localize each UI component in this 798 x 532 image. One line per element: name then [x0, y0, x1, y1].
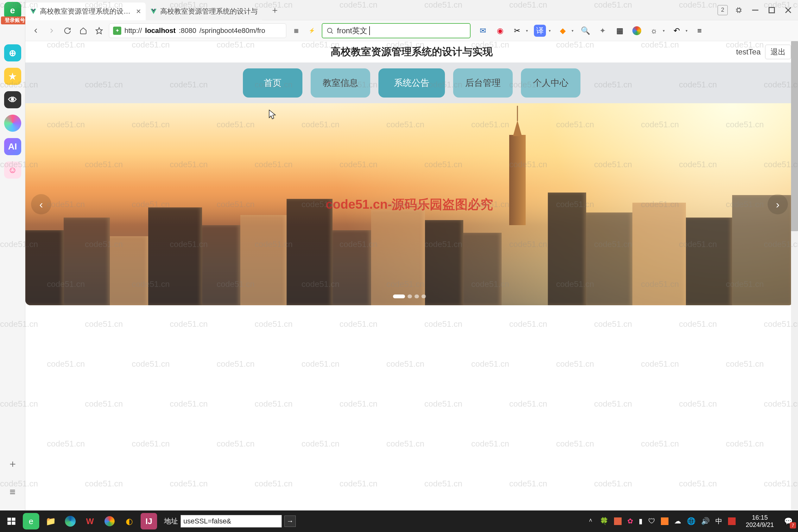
minimize-button[interactable] [750, 5, 761, 16]
empire-state-silhouette [509, 135, 526, 225]
nav-classroom-info[interactable]: 教室信息 [311, 69, 370, 97]
shield-icon[interactable]: ◆ [557, 25, 569, 37]
app-sidebar: e ⊕ ★ 👁 AI ☺ ＋ ≡ [0, 0, 25, 511]
close-window-button[interactable] [783, 5, 794, 16]
username-link[interactable]: testTea [736, 48, 761, 56]
svg-marker-5 [96, 27, 102, 34]
scissors-icon[interactable]: ✂ [511, 25, 523, 37]
taskbar-app-6[interactable]: ◐ [121, 513, 137, 530]
addr-input[interactable] [180, 515, 282, 528]
taskbar-app-1[interactable]: e [23, 513, 39, 530]
tab-count-badge[interactable]: 2 [718, 5, 728, 15]
sidebar-item-3[interactable]: 👁 [4, 91, 21, 108]
start-button[interactable] [3, 513, 20, 530]
file-explorer-icon[interactable]: 📁 [42, 513, 59, 530]
refresh-button[interactable] [61, 25, 74, 37]
forward-button[interactable] [45, 25, 58, 37]
sidebar-add-icon[interactable]: ＋ [7, 457, 18, 471]
chrome-taskbar-icon[interactable] [101, 513, 118, 530]
sidebar-list-icon[interactable]: ≡ [10, 486, 16, 498]
tray-icon[interactable]: 🛡 [648, 517, 655, 525]
carousel-dots [393, 294, 426, 298]
sidebar-logo[interactable]: e [4, 2, 21, 19]
favorite-button[interactable] [93, 25, 105, 37]
scrollbar-thumb[interactable] [791, 41, 798, 231]
qr-icon[interactable]: ▦ [290, 25, 302, 37]
url-input[interactable]: ✦ http://localhost:8080/springboot4e80m/… [109, 23, 286, 38]
network-icon[interactable]: 🌐 [687, 517, 696, 525]
ime-indicator[interactable]: 中 [715, 516, 722, 526]
chevron-down-icon[interactable]: ▾ [571, 28, 574, 33]
tab-title: 高校教室资源管理系统的设计与 [40, 7, 133, 16]
site-badge-icon: ✦ [113, 26, 121, 35]
new-tab-button[interactable]: ＋ [268, 4, 281, 17]
sidebar-item-1[interactable]: ⊕ [4, 44, 21, 61]
sidebar-item-5[interactable]: AI [4, 138, 21, 155]
fast-icon[interactable]: ⚡ [306, 25, 318, 37]
grid-icon[interactable]: ▦ [614, 25, 626, 37]
home-button[interactable] [77, 25, 89, 37]
zoom-icon[interactable]: 🔍 [580, 25, 591, 37]
tray-icon[interactable]: ☁ [674, 517, 681, 525]
translate-icon[interactable]: 译 [534, 25, 546, 37]
addr-go-button[interactable]: → [284, 515, 296, 527]
edge-icon[interactable] [62, 513, 78, 530]
taskbar-clock[interactable]: 16:15 2024/9/21 [746, 514, 774, 529]
mouse-cursor [268, 110, 277, 121]
svg-rect-10 [7, 521, 11, 525]
sidebar-item-2[interactable]: ★ [4, 68, 21, 85]
carousel-dot[interactable] [407, 294, 412, 298]
nav-system-notice[interactable]: 系统公告 [378, 69, 445, 97]
close-icon[interactable]: ✕ [136, 7, 141, 15]
battery-icon[interactable]: ▮ [639, 517, 643, 525]
page-title: 高校教室资源管理系统的设计与实现 [330, 45, 493, 59]
nav-home[interactable]: 首页 [243, 69, 302, 97]
intellij-icon[interactable]: IJ [140, 513, 157, 530]
sidebar-item-4[interactable] [4, 115, 21, 132]
undo-icon[interactable]: ↶ [671, 25, 683, 37]
carousel-dot[interactable] [421, 294, 426, 298]
volume-icon[interactable]: 🔊 [701, 517, 710, 525]
search-input[interactable]: front英文 [322, 23, 471, 38]
carousel-prev-button[interactable]: ‹ [31, 194, 51, 214]
svg-rect-8 [7, 518, 11, 521]
tray-icon[interactable] [661, 517, 668, 525]
chevron-down-icon[interactable]: ▾ [525, 28, 529, 33]
weibo-icon[interactable]: ◉ [494, 25, 506, 37]
notification-button[interactable]: 💬 [781, 515, 795, 528]
svg-rect-11 [12, 521, 15, 525]
toolbar-icons: ✉ ◉ ✂▾ 译▾ ◆▾ 🔍 ✦ ▦ ☼▾ ↶▾ ≡ [477, 25, 794, 37]
extensions-icon[interactable] [734, 5, 744, 16]
svg-line-7 [331, 32, 333, 34]
sidebar-item-6[interactable]: ☺ [4, 162, 21, 178]
wps-icon[interactable]: W [82, 513, 98, 530]
mail-icon[interactable]: ✉ [477, 25, 489, 37]
carousel-dot[interactable] [415, 294, 419, 298]
tray-icon[interactable] [728, 517, 736, 525]
url-prefix: http:// [125, 26, 142, 35]
chrome-icon[interactable] [631, 25, 643, 37]
tray-icon[interactable]: 🍀 [600, 517, 608, 525]
puzzle-icon[interactable]: ✦ [596, 25, 609, 37]
tray-chevron-icon[interactable]: ＾ [587, 516, 594, 526]
addr-label: 地址 [164, 516, 178, 526]
tab-active[interactable]: 高校教室资源管理系统的设计与 ✕ [25, 2, 146, 20]
nav-profile[interactable]: 个人中心 [521, 69, 581, 97]
tab-inactive[interactable]: 高校教室资源管理系统的设计与 [146, 2, 262, 20]
carousel-dot[interactable] [393, 294, 405, 298]
maximize-button[interactable] [766, 5, 777, 16]
chevron-down-icon[interactable]: ▾ [685, 28, 688, 33]
logout-button[interactable]: 退出 [765, 45, 791, 59]
chevron-down-icon[interactable]: ▾ [548, 28, 552, 33]
nav-admin[interactable]: 后台管理 [453, 69, 513, 97]
vertical-scrollbar[interactable] [791, 41, 798, 511]
carousel-next-button[interactable]: › [767, 194, 788, 214]
chevron-down-icon[interactable]: ▾ [662, 28, 666, 33]
text-cursor [369, 26, 370, 35]
theme-icon[interactable]: ☼ [648, 25, 660, 37]
tray-icon[interactable]: ✿ [627, 517, 633, 525]
back-button[interactable] [30, 25, 42, 37]
tray-icon[interactable] [614, 517, 622, 525]
search-value: front英文 [337, 26, 367, 36]
menu-icon[interactable]: ≡ [694, 25, 705, 37]
